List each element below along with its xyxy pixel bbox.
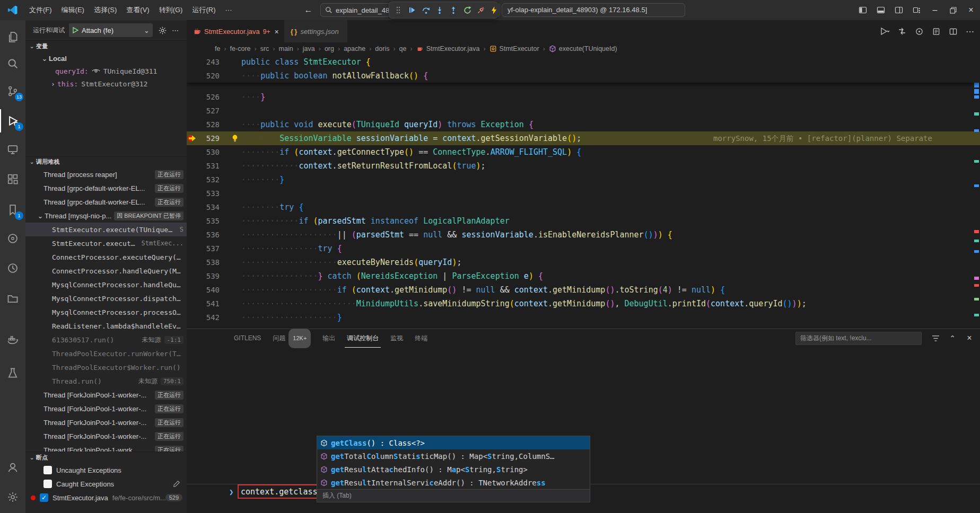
callstack-thread[interactable]: Thread [ForkJoinPool-1-worker-...正在运行 — [25, 429, 187, 443]
panel-tab-1[interactable]: 问题12K+ — [270, 329, 313, 348]
nav-back-icon[interactable]: ← — [300, 5, 316, 15]
breakpoint-checkbox[interactable] — [43, 480, 52, 488]
callstack-thread[interactable]: Thread [grpc-default-worker-EL...正在运行 — [25, 181, 187, 195]
activitybar-item-explorer[interactable] — [0, 25, 25, 49]
code-line[interactable]: 532········} — [187, 173, 980, 187]
activitybar-item-live-share[interactable] — [0, 227, 25, 250]
menu-item-1[interactable]: 编辑(E) — [57, 0, 89, 20]
callstack-thread[interactable]: Thread [grpc-default-worker-EL...正在运行 — [25, 195, 187, 209]
code-line[interactable]: 527 — [187, 104, 980, 118]
callstack-frame[interactable]: ReadListener.lambda$handleleEvent$0() — [25, 319, 187, 333]
variable-this[interactable]: › this: StmtExecutor@312 — [25, 77, 187, 90]
breadcrumb-item[interactable]: qe — [399, 45, 407, 52]
breakpoint-item[interactable]: Uncaught Exceptions — [25, 463, 187, 477]
callstack-thread[interactable]: Thread [process reaper]正在运行 — [25, 167, 187, 181]
panel-tab-3[interactable]: 调试控制台 — [345, 329, 381, 348]
panel-tab-2[interactable]: 输出 — [320, 329, 337, 348]
activitybar-item-accounts[interactable] — [0, 456, 25, 479]
breadcrumb-item[interactable]: execute(TUniqueId) — [549, 45, 617, 52]
callstack-frame[interactable]: ThreadPoolExecutor$Worker.run() — [25, 360, 187, 374]
suggest-item[interactable]: getClass() : Class<?> — [317, 436, 590, 449]
variables-scope-local[interactable]: ⌄ Local — [25, 52, 187, 65]
callstack-thread[interactable]: Thread [ForkJoinPool-1-worker-...正在运行 — [25, 402, 187, 415]
restart-icon[interactable] — [460, 3, 474, 17]
open-changes-icon[interactable] — [895, 24, 909, 38]
code-line[interactable]: 529········SessionVariable sessionVariab… — [187, 131, 980, 145]
close-tab-icon[interactable]: × — [274, 28, 278, 36]
breadcrumb-item[interactable]: fe — [215, 45, 220, 52]
activitybar-item-settings[interactable] — [0, 485, 25, 509]
callstack-frame[interactable]: ConnectProcessor.executeQuery(MysqlC — [25, 250, 187, 264]
callstack-frame[interactable]: StmtExecutor.execute()StmtExec... — [25, 236, 187, 250]
breadcrumb-item[interactable]: src — [260, 45, 269, 52]
lightbulb-icon[interactable] — [231, 134, 239, 143]
breadcrumb-item[interactable]: org — [325, 45, 334, 52]
breadcrumb-item[interactable]: apache — [344, 45, 365, 52]
code-line[interactable]: 534········try { — [187, 200, 980, 214]
breakpoint-checkbox[interactable]: ✓ — [40, 493, 48, 502]
panel-tab-0[interactable]: GITLENS — [232, 329, 263, 348]
continue-icon[interactable] — [405, 3, 419, 17]
activitybar-item-search[interactable] — [0, 52, 25, 75]
sidebar-more-icon[interactable]: ⋯ — [172, 26, 179, 34]
console-input-value[interactable]: context.getclass — [238, 484, 321, 499]
suggest-item[interactable]: getResultAttachedInfo() : Map<String,Str… — [317, 463, 590, 476]
step-over-icon[interactable] — [419, 3, 433, 17]
callstack-thread[interactable]: Thread [ForkJoinPool-1-worker-...正在运行 — [25, 415, 187, 429]
breadcrumb-item[interactable]: fe-core — [230, 45, 251, 52]
panel-tab-4[interactable]: 监视 — [388, 329, 405, 348]
activitybar-item-bookmarks[interactable]: 1 — [0, 198, 25, 222]
close-panel-icon[interactable]: × — [963, 332, 976, 344]
code-editor[interactable]: 526····}527528····public void execute(TU… — [187, 55, 980, 350]
code-line[interactable]: 541························MinidumpUtils… — [187, 297, 980, 311]
edit-pencil-icon[interactable] — [173, 480, 180, 488]
menu-item-5[interactable]: 运行(R) — [187, 0, 220, 20]
callstack-frame[interactable]: ThreadPoolExecutor.runWorker(ThreadP — [25, 347, 187, 360]
step-into-icon[interactable] — [433, 3, 447, 17]
step-out-icon[interactable] — [447, 3, 460, 17]
close-window-icon[interactable]: × — [962, 0, 980, 20]
code-line[interactable]: 531············context.setReturnResultFr… — [187, 159, 980, 173]
activitybar-item-run-and-debug[interactable]: 1 — [0, 109, 25, 132]
activitybar-item-remote-explorer[interactable] — [0, 138, 25, 161]
callstack-frame[interactable]: Thread.run()未知源750:1 — [25, 374, 187, 388]
breadcrumb-item[interactable]: main — [279, 45, 293, 52]
minimize-icon[interactable]: – — [926, 0, 944, 20]
menu-item-2[interactable]: 选择(S) — [89, 0, 121, 20]
callstack-frame[interactable]: MysqlConnectProcessor.dispatch() — [25, 291, 187, 305]
restore-icon[interactable] — [944, 0, 962, 20]
callstack-frame[interactable]: MysqlConnectProcessor.handleQuery(My — [25, 278, 187, 291]
tab-stmtexecutor-java[interactable]: StmtExecutor.java 9+ × — [187, 20, 284, 42]
tab-settings-json[interactable]: { } settings.json — [284, 20, 347, 42]
menu-item-0[interactable]: 文件(F) — [24, 0, 57, 20]
split-editor-icon[interactable] — [946, 24, 960, 38]
breakpoint-checkbox[interactable] — [43, 466, 52, 474]
callstack-thread[interactable]: Thread [ForkJoinPool-1-work...正在运行 — [25, 443, 187, 452]
more-actions-icon[interactable]: ⋯ — [963, 24, 977, 38]
layout-panel-icon[interactable] — [872, 0, 890, 20]
gear-icon[interactable] — [158, 26, 167, 35]
code-line[interactable]: 243public class StmtExecutor { — [187, 55, 980, 69]
customize-layout-icon[interactable] — [908, 0, 926, 20]
code-line[interactable]: 526····} — [187, 90, 980, 104]
lightning-icon[interactable] — [487, 3, 501, 17]
maximize-panel-icon[interactable]: ⌃ — [946, 332, 959, 344]
overview-ruler[interactable] — [973, 55, 980, 350]
activitybar-item-source-control[interactable]: 13 — [0, 79, 25, 103]
variable-queryid[interactable]: queryId: TUniqueId@311 — [25, 65, 187, 77]
code-line[interactable]: 530········if (context.getConnectType() … — [187, 145, 980, 159]
layout-sidebar-icon[interactable] — [854, 0, 872, 20]
layout-secondary-sidebar-icon[interactable] — [890, 0, 908, 20]
notebook-icon[interactable] — [929, 24, 943, 38]
menu-item-3[interactable]: 查看(V) — [121, 0, 154, 20]
breakpoint-item[interactable]: Caught Exceptions — [25, 477, 187, 491]
code-line[interactable]: 537················try { — [187, 242, 980, 255]
callstack-thread[interactable]: ⌄Thread [mysql-nio-p...因 BREAKPOINT 已暂停 — [25, 209, 187, 223]
callstack-frame[interactable]: 613630517.run()未知源-1:1 — [25, 333, 187, 347]
suggest-item[interactable]: getResultInternalServiceAddr() : TNetwor… — [317, 476, 590, 489]
code-line[interactable]: 542····················} — [187, 311, 980, 324]
breadcrumb-item[interactable]: doris — [375, 45, 389, 52]
code-line[interactable]: 520····public boolean notAllowFallback()… — [187, 69, 980, 83]
menu-item-4[interactable]: 转到(G) — [154, 0, 188, 20]
activitybar-item-docker[interactable] — [0, 328, 25, 351]
